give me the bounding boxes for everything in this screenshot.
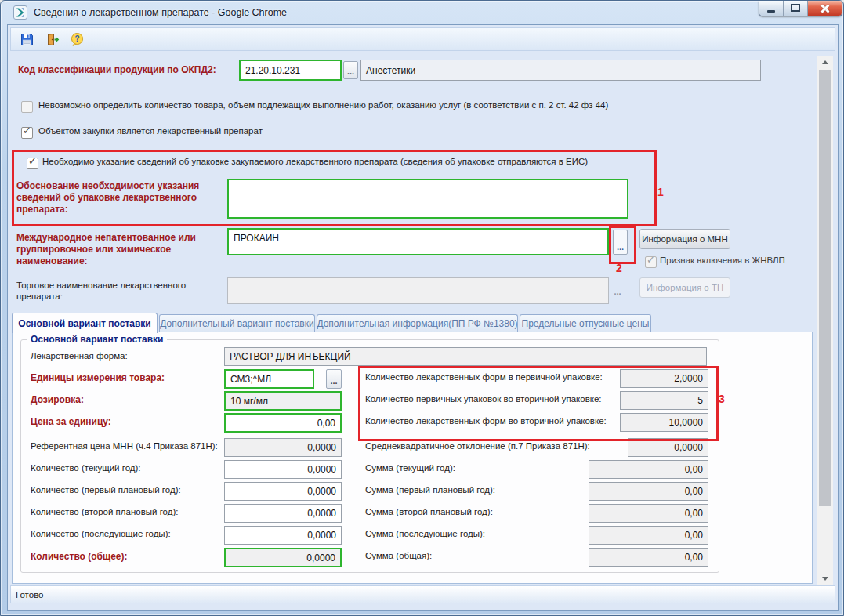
scroll-up-button[interactable]: [817, 56, 833, 69]
quantity-second-plan-year-label: Количество (второй плановый год):: [31, 507, 178, 516]
sum-current-year-field: 0,00: [589, 460, 708, 479]
vertical-scrollbar[interactable]: [817, 56, 833, 585]
annotation-number-2: 2: [616, 262, 622, 274]
quantity-current-year-field[interactable]: 0,0000: [224, 460, 342, 479]
checkbox-cannot-determine-quantity: [21, 101, 33, 113]
check-mark-icon: ✓: [23, 125, 31, 136]
check-mark-icon: ✓: [647, 254, 655, 266]
dosage-form-field: РАСТВОР ДЛЯ ИНЪЕКЦИЙ: [224, 347, 707, 366]
tab-additional-info[interactable]: Дополнительная информация(ПП РФ №1380): [317, 314, 518, 332]
sum-next-years-label: Сумма (последующие годы):: [365, 529, 485, 538]
exit-icon: [45, 32, 60, 47]
units-browse-button[interactable]: ...: [326, 369, 342, 389]
dosage-field: 10 мг/мл: [224, 391, 342, 411]
checkbox-label: Объектом закупки является лекарственный …: [38, 126, 263, 136]
trade-name-info-button: Информация о ТН: [639, 277, 730, 298]
help-icon: ?: [70, 32, 85, 47]
status-bar: Готово: [10, 585, 835, 603]
svg-text:?: ?: [74, 34, 79, 43]
annotation-box-3: [358, 366, 719, 441]
quantity-first-plan-year-label: Количество (первый плановый год):: [31, 485, 181, 495]
window-controls: [759, 1, 842, 16]
units-field[interactable]: СМ3;^МЛ: [224, 369, 314, 389]
sum-first-plan-year-field: 0,00: [589, 482, 708, 501]
tab-main-supply-variant[interactable]: Основной вариант поставки: [12, 313, 158, 333]
window-title: Сведения о лекарственном препарате - Goo…: [34, 7, 287, 18]
trade-name-label: Торговое наименование лекарственного пре…: [16, 280, 222, 303]
title-bar: Сведения о лекарственном препарате - Goo…: [1, 1, 843, 24]
maximize-button[interactable]: [784, 1, 808, 16]
arrow-down-icon: [822, 577, 828, 581]
help-button[interactable]: ?: [69, 31, 85, 47]
close-button[interactable]: [808, 1, 842, 16]
reference-price-label: Референтная цена МНН (ч.4 Приказа 871Н):: [31, 441, 218, 451]
quantity-total-label: Количество (общее):: [31, 551, 127, 562]
trade-name-browse-button: ...: [610, 284, 625, 299]
groupbox-legend: Основной вариант поставки: [27, 334, 167, 345]
sum-total-field: 0,00: [589, 548, 708, 567]
app-logo-icon: [13, 5, 27, 20]
sum-second-plan-year-label: Сумма (второй плановый год):: [365, 507, 493, 516]
okpd2-input[interactable]: 21.20.10.231: [239, 60, 342, 81]
save-icon: [20, 32, 34, 47]
minimize-icon: [767, 10, 775, 13]
mnn-input[interactable]: ПРОКАИН: [227, 228, 609, 255]
annotation-box-1: [12, 150, 657, 226]
quantity-next-years-label: Количество (последующие годы):: [31, 529, 171, 538]
unit-price-field[interactable]: 0,00: [224, 413, 342, 433]
mnn-label: Международное непатентованное или группи…: [16, 232, 222, 267]
minimize-button[interactable]: [759, 1, 784, 16]
exit-button[interactable]: [44, 31, 60, 47]
sum-current-year-label: Сумма (текущий год):: [365, 463, 455, 473]
arrow-up-icon: [822, 60, 828, 64]
annotation-number-3: 3: [719, 393, 725, 405]
sum-second-plan-year-field: 0,00: [589, 504, 708, 523]
okpd2-description: Анестетики: [360, 60, 761, 81]
quantity-first-plan-year-field[interactable]: 0,0000: [224, 482, 342, 501]
mnn-info-button[interactable]: Информация о МНН: [639, 229, 730, 249]
quantity-next-years-field[interactable]: 0,0000: [224, 526, 342, 545]
checkbox-is-drug-product[interactable]: ✓: [21, 127, 33, 139]
status-text: Готово: [16, 590, 44, 600]
checkbox-label: Невозможно определить количество товара,…: [38, 100, 608, 110]
quantity-total-field: 0,0000: [224, 548, 342, 567]
tab-max-selling-prices[interactable]: Предельные отпускные цены: [520, 314, 651, 332]
quantity-current-year-label: Количество (текущий год):: [31, 463, 141, 473]
save-button[interactable]: [19, 31, 34, 47]
unit-price-label: Цена за единицу:: [31, 416, 111, 427]
application-window: Сведения о лекарственном препарате - Goo…: [0, 0, 844, 616]
dosage-label: Дозировка:: [31, 394, 84, 405]
tab-additional-supply-variant[interactable]: Дополнительный вариант поставки: [159, 314, 315, 332]
okpd2-browse-button[interactable]: ...: [343, 61, 358, 79]
zhnvlp-label: Признак включения в ЖНВЛП: [660, 255, 785, 265]
sum-total-label: Сумма (общая):: [365, 551, 432, 560]
scrollbar-thumb[interactable]: [819, 70, 831, 506]
annotation-box-2: [609, 226, 636, 264]
toolbar: ?: [10, 27, 835, 51]
maximize-icon: [791, 4, 800, 12]
quantity-second-plan-year-field[interactable]: 0,0000: [224, 504, 342, 523]
annotation-number-1: 1: [657, 186, 664, 198]
dosage-form-label: Лекарственная форма:: [31, 351, 128, 361]
units-label: Единицы измерения товара:: [31, 372, 165, 383]
okpd2-label: Код классификации продукции по ОКПД2:: [18, 64, 216, 75]
scroll-down-button[interactable]: [817, 572, 833, 585]
sum-first-plan-year-label: Сумма (первый плановый год):: [365, 485, 495, 495]
std-deviation-label: Среднеквадратичное отклонение (п.7 Прика…: [365, 441, 590, 451]
sum-next-years-field: 0,00: [589, 526, 708, 545]
checkbox-zhnvlp: ✓: [645, 256, 657, 268]
trade-name-field: [227, 277, 609, 304]
reference-price-field: 0,0000: [224, 438, 342, 457]
